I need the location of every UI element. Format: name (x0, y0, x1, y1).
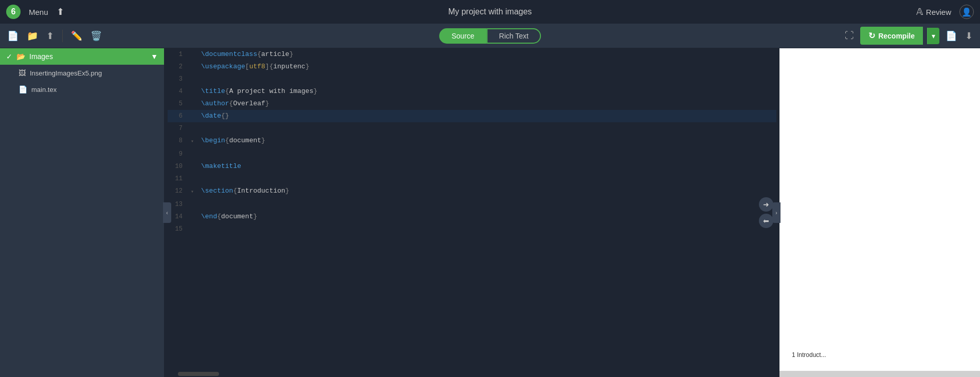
editor-toolbar: 📄 📁 ⬆ ✏️ 🗑️ Source Rich Text ⛶ ↻ Recompi… (0, 24, 980, 48)
sidebar-item-tex[interactable]: 📄 main.tex (0, 81, 164, 98)
fold-toggle (191, 110, 199, 111)
line-number: 12 (168, 185, 191, 197)
editor-tab-group: Source Rich Text (439, 28, 541, 44)
fold-toggle (191, 160, 199, 161)
code-line: 10\maketitle (168, 160, 776, 173)
line-content[interactable]: \section{Introduction} (199, 185, 776, 197)
fold-toggle (191, 48, 199, 49)
folder-icon: 📂 (16, 52, 25, 61)
expand-icon[interactable]: ⛶ (843, 28, 856, 43)
fold-toggle (191, 198, 199, 199)
new-folder-button[interactable]: 📁 (25, 28, 40, 44)
fold-toggle (191, 61, 199, 62)
code-line: 4\title{A project with images} (168, 85, 776, 98)
file-view-icon[interactable]: 📄 (943, 28, 959, 44)
code-line: 8▾\begin{document} (168, 135, 776, 148)
chevron-down-icon: ▼ (151, 52, 158, 61)
line-content[interactable]: \usepackage[utf8]{inputenc} (199, 61, 776, 73)
code-line: 1\documentclass{article} (168, 48, 776, 61)
overleaf-logo: 6 (6, 5, 21, 19)
recompile-dropdown-button[interactable]: ▾ (927, 28, 939, 44)
code-line: 14\end{document} (168, 211, 776, 223)
edit-button[interactable]: ✏️ (69, 28, 84, 44)
tab-source[interactable]: Source (439, 28, 486, 44)
line-content[interactable]: \begin{document} (199, 135, 776, 147)
file-sidebar: ✓ 📂 Images ▼ 🖼 InsertingImagesEx5.png 📄 … (0, 48, 165, 377)
code-line: 3 (168, 73, 776, 85)
code-line: 15 (168, 223, 776, 235)
line-number: 15 (168, 223, 191, 235)
nav-right: 𝔸 Review 👤 (916, 5, 974, 19)
tab-richtext[interactable]: Rich Text (487, 28, 541, 44)
main-content: ✓ 📂 Images ▼ 🖼 InsertingImagesEx5.png 📄 … (0, 48, 980, 377)
tex-filename: main.tex (31, 86, 57, 93)
line-number: 2 (168, 61, 191, 73)
image-file-icon: 🖼 (19, 69, 26, 77)
fold-toggle (191, 223, 199, 224)
project-title: My project with images (448, 7, 532, 16)
code-line: 7 (168, 122, 776, 135)
fold-toggle (191, 148, 199, 149)
nav-arrow-left[interactable]: ⬅ (759, 214, 773, 228)
code-line: 13 (168, 198, 776, 211)
review-icon: 𝔸 (916, 6, 923, 17)
refresh-icon: ↻ (868, 31, 875, 41)
fold-toggle (191, 173, 199, 174)
fold-toggle (191, 85, 199, 86)
code-line: 9 (168, 148, 776, 160)
code-editor-area: 1\documentclass{article}2\usepackage[utf… (168, 48, 776, 377)
line-number: 6 (168, 110, 191, 122)
code-line: 6\date{} (168, 110, 776, 122)
preview-panel: 1 Introduct... (779, 48, 980, 377)
editor-horizontal-scrollbar[interactable] (168, 371, 776, 377)
upload-button[interactable]: ⬆ (57, 6, 64, 17)
collapse-sidebar-button[interactable]: ‹ (163, 202, 171, 223)
sidebar-item-image[interactable]: 🖼 InsertingImagesEx5.png (0, 65, 164, 81)
checkmark-icon: ✓ (6, 52, 12, 61)
line-content[interactable]: \end{document} (199, 211, 776, 223)
code-editor[interactable]: 1\documentclass{article}2\usepackage[utf… (168, 48, 776, 371)
line-number: 10 (168, 160, 191, 173)
tex-file-icon: 📄 (19, 85, 27, 93)
preview-intro-section: 1 Introduct... (792, 351, 968, 359)
delete-button[interactable]: 🗑️ (88, 28, 104, 44)
preview-page (792, 61, 968, 351)
toolbar-left: 📄 📁 ⬆ ✏️ 🗑️ (5, 28, 104, 44)
toolbar-right: ⛶ ↻ Recompile ▾ 📄 ⬇ (843, 27, 975, 45)
new-file-button[interactable]: 📄 (5, 28, 21, 44)
folder-images[interactable]: ✓ 📂 Images ▼ (0, 48, 164, 65)
line-number: 9 (168, 148, 191, 160)
line-content[interactable]: \documentclass{article} (199, 48, 776, 61)
line-content[interactable]: \author{Overleaf} (199, 98, 776, 110)
line-number: 1 (168, 48, 191, 61)
toolbar-separator-1 (62, 30, 63, 42)
user-avatar[interactable]: 👤 (959, 5, 974, 19)
fold-toggle (191, 98, 199, 99)
review-button[interactable]: 𝔸 Review (916, 6, 951, 17)
fold-toggle (191, 122, 199, 123)
download-icon[interactable]: ⬇ (963, 28, 975, 44)
fold-toggle[interactable]: ▾ (191, 135, 199, 148)
code-line: 11 (168, 173, 776, 185)
scroll-thumb (178, 372, 219, 376)
recompile-button[interactable]: ↻ Recompile (860, 27, 923, 45)
upload-file-button[interactable]: ⬆ (44, 28, 56, 44)
nav-arrow-right[interactable]: ➜ (759, 197, 773, 212)
fold-toggle (191, 211, 199, 212)
image-filename: InsertingImagesEx5.png (30, 69, 102, 77)
line-content[interactable]: \date{} (199, 110, 776, 122)
menu-button[interactable]: Menu (29, 8, 48, 16)
collapse-preview-button[interactable]: › (772, 202, 781, 223)
editor-nav-arrows: ➜ ⬅ (759, 197, 773, 228)
nav-left: 6 Menu ⬆ (6, 5, 64, 19)
fold-toggle[interactable]: ▾ (191, 185, 199, 198)
line-content[interactable]: \title{A project with images} (199, 85, 776, 98)
fold-toggle (191, 73, 199, 74)
line-number: 7 (168, 122, 191, 135)
line-content[interactable]: \maketitle (199, 160, 776, 173)
preview-bottom-bar (779, 371, 980, 377)
line-number: 5 (168, 98, 191, 110)
line-number: 3 (168, 73, 191, 85)
folder-name: Images (29, 52, 53, 61)
line-number: 4 (168, 85, 191, 98)
